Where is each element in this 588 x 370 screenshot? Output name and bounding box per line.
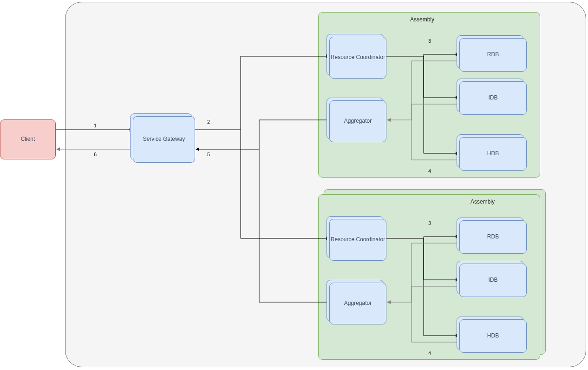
- assembly-title-2: Assembly: [470, 198, 495, 205]
- asm2-hdb-label: HDB: [487, 332, 499, 340]
- edge-label-5: 5: [206, 152, 211, 157]
- service-gateway-label: Service Gateway: [143, 136, 185, 143]
- asm2-idb-node: IDB: [459, 264, 527, 297]
- asm1-rdb-node: RDB: [459, 38, 527, 72]
- edge-label-6: 6: [93, 152, 98, 157]
- asm2-rdb-label: RDB: [487, 233, 499, 241]
- asm1-rc-node: Resource Coordinator: [329, 37, 386, 79]
- asm2-agg-label: Aggregator: [344, 300, 372, 307]
- edge-label-1: 1: [93, 123, 98, 128]
- edge-label-3b: 3: [427, 220, 432, 226]
- asm1-rc-label: Resource Coordinator: [331, 54, 385, 61]
- asm1-agg-label: Aggregator: [344, 118, 372, 125]
- asm2-rc-label: Resource Coordinator: [331, 236, 385, 244]
- asm1-hdb-label: HDB: [487, 150, 499, 158]
- assembly-title-1: Assembly: [410, 16, 434, 23]
- client-node: Client: [0, 119, 56, 159]
- client-label: Client: [21, 136, 35, 143]
- asm2-rc-node: Resource Coordinator: [329, 219, 386, 261]
- edge-label-2: 2: [206, 119, 211, 125]
- asm1-idb-label: IDB: [488, 94, 497, 102]
- edge-label-4b: 4: [427, 350, 432, 356]
- asm1-agg-node: Aggregator: [329, 100, 386, 142]
- edge-label-4a: 4: [427, 168, 432, 174]
- asm2-rdb-node: RDB: [459, 220, 527, 254]
- asm2-idb-label: IDB: [488, 277, 497, 284]
- diagram-canvas: Assembly Assembly: [0, 0, 588, 370]
- service-gateway-node: Service Gateway: [133, 116, 195, 163]
- asm2-agg-node: Aggregator: [329, 283, 386, 324]
- asm2-hdb-node: HDB: [459, 319, 527, 353]
- edge-label-3a: 3: [427, 38, 432, 44]
- asm1-idb-node: IDB: [459, 81, 527, 115]
- asm1-hdb-node: HDB: [459, 137, 527, 171]
- asm1-rdb-label: RDB: [487, 51, 499, 59]
